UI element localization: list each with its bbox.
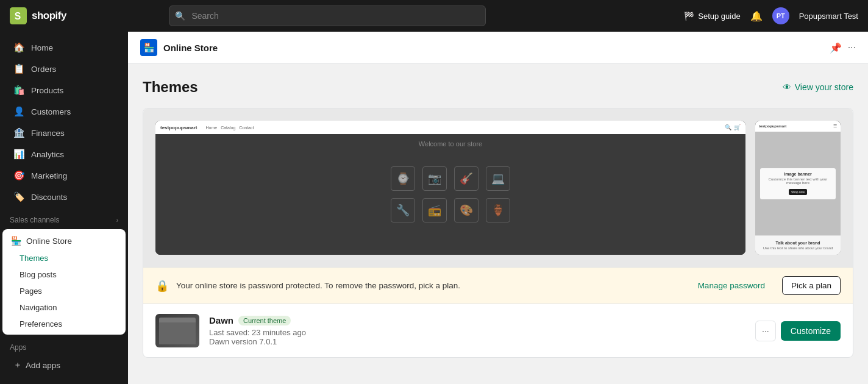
search-input[interactable] <box>169 5 486 26</box>
themes-content: Themes 👁 View your store testpopupsmart … <box>128 64 868 382</box>
preferences-sub-label: Preferences <box>20 319 62 329</box>
themes-sub-label: Themes <box>20 254 48 263</box>
theme-info: Dawn Current theme Last saved: 23 minute… <box>209 315 745 346</box>
mobile-banner-box: Image banner Customize this banner text … <box>760 168 836 199</box>
topbar: S shopify 🔍 🏁 Setup guide 🔔 PT Popupsmar… <box>0 0 868 32</box>
sales-channels-section: Sales channels › 🏪 Online Store Themes B… <box>0 212 128 335</box>
store-header-title: Online Store <box>163 43 218 53</box>
sidebar-item-customers[interactable]: 👤 Customers <box>4 101 124 122</box>
bell-icon[interactable]: 🔔 <box>750 10 763 22</box>
sidebar-sub-item-blog-posts[interactable]: Blog posts <box>2 266 126 283</box>
avatar[interactable]: PT <box>772 7 789 24</box>
online-store-section: 🏪 Online Store Themes Blog posts Pages N… <box>2 229 126 335</box>
sidebar-item-discounts[interactable]: 🏷️ Discounts <box>4 187 124 207</box>
ellipsis-icon: ··· <box>762 326 769 336</box>
preview-bar-icons: 🔍 🛒 <box>725 124 741 130</box>
sidebar-item-home[interactable]: 🏠 Home <box>4 37 124 58</box>
content-area: 🏪 Online Store 📌 ··· Themes 👁 View your … <box>128 32 868 384</box>
shopify-logo[interactable]: S shopify <box>10 7 66 24</box>
orders-icon: 📋 <box>13 63 25 74</box>
mobile-preview: testpopupsmart ☰ Image banner Customize … <box>755 121 841 255</box>
add-apps-label: Add apps <box>26 361 60 370</box>
pages-sub-label: Pages <box>20 286 42 296</box>
analytics-icon: 📊 <box>13 149 25 160</box>
pick-plan-button[interactable]: Pick a plan <box>782 276 841 295</box>
store-icon: 🏪 <box>140 39 157 56</box>
sidebar-item-online-store[interactable]: 🏪 Online Store <box>2 232 126 250</box>
theme-thumbnail <box>155 314 199 347</box>
theme-last-saved: Last saved: 23 minutes ago <box>209 328 745 337</box>
sidebar-item-marketing[interactable]: 🎯 Marketing <box>4 165 124 186</box>
view-store-label: View your store <box>795 82 853 92</box>
store-header-right: 📌 ··· <box>830 42 856 54</box>
add-apps-button[interactable]: ＋ Add apps <box>4 356 124 374</box>
mobile-talk-sub: Use this text to share info about your b… <box>760 246 836 250</box>
view-store-link[interactable]: 👁 View your store <box>783 82 853 92</box>
preview-icon-3: 🎸 <box>454 166 478 191</box>
manage-password-link[interactable]: Manage password <box>698 281 765 290</box>
more-options-button[interactable]: ··· <box>848 42 856 53</box>
setup-guide-button[interactable]: 🏁 Setup guide <box>684 11 740 21</box>
sidebar-sub-item-preferences[interactable]: Preferences <box>2 316 126 332</box>
current-theme-badge: Current theme <box>238 316 291 325</box>
preview-icons-grid: ⌚ 📷 🎸 💻 🔧 📻 🎨 🏺 <box>381 157 520 232</box>
mobile-banner-subtext: Customize this banner text with your mes… <box>765 177 831 185</box>
topbar-right: 🏁 Setup guide 🔔 PT Popupsmart Test <box>684 7 858 24</box>
navigation-sub-label: Navigation <box>20 303 57 312</box>
products-icon: 🛍️ <box>13 85 25 96</box>
preview-icon-4: 💻 <box>486 166 510 191</box>
pin-button[interactable]: 📌 <box>830 42 842 54</box>
sidebar-label-analytics: Analytics <box>31 150 64 159</box>
mobile-bar-icons: ☰ <box>833 124 837 129</box>
apps-section-label: Apps <box>0 340 128 355</box>
store-header-left: 🏪 Online Store <box>140 39 218 56</box>
sidebar-label-marketing: Marketing <box>31 171 67 180</box>
theme-thumb-body <box>159 322 196 344</box>
main-layout: 🏠 Home 📋 Orders 🛍️ Products 👤 Customers … <box>0 32 868 384</box>
sidebar-item-analytics[interactable]: 📊 Analytics <box>4 144 124 165</box>
password-banner: 🔒 Your online store is password protecte… <box>143 267 853 304</box>
sidebar-label-home: Home <box>31 43 53 52</box>
sales-channels-header[interactable]: Sales channels › <box>0 212 128 228</box>
discounts-icon: 🏷️ <box>13 191 25 202</box>
sidebar-sub-item-pages[interactable]: Pages <box>2 283 126 299</box>
svg-text:S: S <box>15 11 21 21</box>
themes-header: Themes 👁 View your store <box>143 79 853 96</box>
password-banner-text: Your online store is password protected.… <box>176 281 691 290</box>
mobile-talk-section: Talk about your brand Use this text to s… <box>755 235 841 255</box>
sales-channels-label: Sales channels <box>10 216 59 224</box>
theme-preview-card: testpopupsmart Home Catalog Contact 🔍 🛒 <box>143 108 853 358</box>
online-store-icon: 🏪 <box>11 236 21 246</box>
sidebar: 🏠 Home 📋 Orders 🛍️ Products 👤 Customers … <box>0 32 128 384</box>
chevron-right-icon: › <box>116 217 118 224</box>
sidebar-sub-item-themes[interactable]: Themes <box>2 250 126 266</box>
desktop-preview-content: Welcome to our store ⌚ 📷 🎸 💻 🔧 📻 🎨 � <box>155 134 745 255</box>
preview-logo: testpopupsmart <box>160 125 197 130</box>
preview-nav-catalog: Catalog <box>221 126 235 130</box>
sidebar-label-orders: Orders <box>31 65 56 74</box>
lock-icon: 🔒 <box>155 279 169 293</box>
theme-more-button[interactable]: ··· <box>755 321 776 341</box>
preview-nav-contact: Contact <box>239 126 254 130</box>
mobile-banner-label: Image banner <box>765 172 831 176</box>
customize-button[interactable]: Customize <box>781 321 841 341</box>
sidebar-item-orders[interactable]: 📋 Orders <box>4 59 124 79</box>
sidebar-sub-item-navigation[interactable]: Navigation <box>2 299 126 316</box>
sidebar-label-finances: Finances <box>31 129 65 138</box>
theme-name: Dawn <box>209 315 233 325</box>
preview-icon-2: 📷 <box>422 166 447 191</box>
marketing-icon: 🎯 <box>13 170 25 181</box>
store-header: 🏪 Online Store 📌 ··· <box>128 32 868 64</box>
sidebar-item-finances[interactable]: 🏦 Finances <box>4 123 124 143</box>
preview-welcome-text: Welcome to our store <box>419 140 482 148</box>
mobile-banner-btn: Shop now <box>789 189 807 195</box>
logo-text: shopify <box>32 10 66 22</box>
finances-icon: 🏦 <box>13 127 25 138</box>
username-label: Popupsmart Test <box>799 12 858 21</box>
home-icon: 🏠 <box>13 42 25 53</box>
preview-nav: Home Catalog Contact <box>205 126 254 130</box>
sidebar-item-products[interactable]: 🛍️ Products <box>4 80 124 101</box>
theme-preview-images: testpopupsmart Home Catalog Contact 🔍 🛒 <box>143 108 853 267</box>
preview-nav-home: Home <box>205 126 217 130</box>
theme-version: Dawn version 7.0.1 <box>209 337 745 346</box>
